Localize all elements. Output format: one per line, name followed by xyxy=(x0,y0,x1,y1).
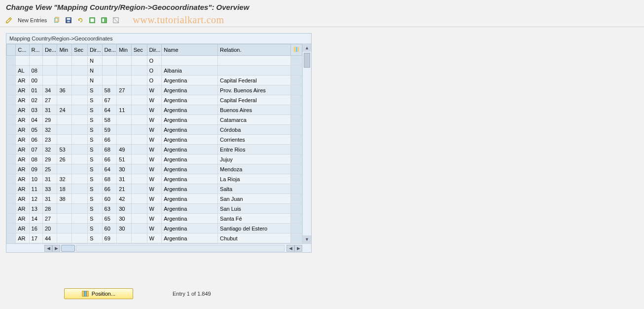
row-selector[interactable] xyxy=(7,204,16,214)
cell-relation[interactable]: Corrientes xyxy=(218,135,291,145)
cell-deg-lat[interactable] xyxy=(42,56,57,66)
row-selector-header[interactable] xyxy=(7,44,16,56)
cell-deg-lat[interactable]: 32 xyxy=(42,125,57,135)
table-row[interactable]: AR073253S6849WArgentinaEntre Rios xyxy=(7,145,302,154)
copy-icon[interactable] xyxy=(52,15,62,25)
cell-min-lon[interactable] xyxy=(117,76,132,85)
row-selector[interactable] xyxy=(7,214,16,224)
scroll-thumb[interactable] xyxy=(304,53,310,68)
cell-min-lon[interactable] xyxy=(117,95,132,105)
cell-min-lon[interactable] xyxy=(117,125,132,135)
cell-min-lat[interactable] xyxy=(57,56,72,66)
cell-sec-lon[interactable] xyxy=(131,125,147,135)
cell-relation[interactable]: Santiago del Estero xyxy=(218,224,291,233)
cell-deg-lon[interactable]: 60 xyxy=(102,194,117,204)
cell-sec-lat[interactable] xyxy=(72,194,88,204)
table-row[interactable]: AR1427S6530WArgentinaSanta Fé xyxy=(7,214,302,224)
cell-min-lon[interactable]: 11 xyxy=(117,105,132,115)
vertical-scrollbar[interactable]: ▲ ▼ xyxy=(302,44,311,243)
cell-dir-lat[interactable]: S xyxy=(87,174,102,184)
scroll-down-icon[interactable]: ▼ xyxy=(303,235,311,243)
table-row[interactable]: AR0925S6430WArgentinaMendoza xyxy=(7,164,302,174)
cell-name[interactable]: Argentina xyxy=(162,194,218,204)
scroll-up-icon[interactable]: ▲ xyxy=(303,44,311,52)
cell-min-lon[interactable]: 30 xyxy=(117,224,132,233)
cell-spacer[interactable] xyxy=(291,164,302,174)
cell-min-lat[interactable] xyxy=(57,224,72,233)
cell-region[interactable]: 00 xyxy=(29,76,42,85)
cell-region[interactable]: 08 xyxy=(29,66,42,76)
cell-name[interactable]: Argentina xyxy=(162,76,218,85)
cell-region[interactable]: 14 xyxy=(29,214,42,224)
select-all-icon[interactable] xyxy=(87,15,97,25)
cell-region[interactable]: 10 xyxy=(29,174,42,184)
cell-spacer[interactable] xyxy=(291,85,302,95)
cell-deg-lon[interactable] xyxy=(102,56,117,66)
cell-region[interactable]: 13 xyxy=(29,204,42,214)
cell-relation[interactable]: Jujuy xyxy=(218,154,291,164)
cell-deg-lat[interactable]: 34 xyxy=(42,85,57,95)
cell-region[interactable]: 01 xyxy=(29,85,42,95)
cell-dir-lat[interactable]: S xyxy=(87,164,102,174)
cell-sec-lon[interactable] xyxy=(131,56,147,66)
cell-min-lat[interactable] xyxy=(57,233,72,243)
cell-sec-lon[interactable] xyxy=(131,135,147,145)
cell-min-lat[interactable] xyxy=(57,135,72,145)
col-relation[interactable]: Relation. xyxy=(218,44,291,56)
cell-dir-lat[interactable]: S xyxy=(87,145,102,154)
cell-relation[interactable]: Capital Federal xyxy=(218,95,291,105)
cell-deg-lon[interactable]: 64 xyxy=(102,105,117,115)
col-dir-lon[interactable]: Dir... xyxy=(147,44,162,56)
position-button[interactable]: Position... xyxy=(64,288,133,299)
row-selector[interactable] xyxy=(7,95,16,105)
cell-dir-lat[interactable]: S xyxy=(87,184,102,194)
cell-min-lat[interactable] xyxy=(57,95,72,105)
cell-deg-lon[interactable]: 58 xyxy=(102,115,117,125)
cell-dir-lat[interactable]: S xyxy=(87,194,102,204)
cell-sec-lat[interactable] xyxy=(72,174,88,184)
cell-relation[interactable]: Entre Rios xyxy=(218,145,291,154)
cell-sec-lat[interactable] xyxy=(72,184,88,194)
row-selector[interactable] xyxy=(7,174,16,184)
undo-icon[interactable] xyxy=(75,15,85,25)
cell-sec-lat[interactable] xyxy=(72,145,88,154)
cell-dir-lon[interactable]: W xyxy=(147,85,162,95)
new-entries-button[interactable]: New Entries xyxy=(15,16,50,24)
cell-sec-lon[interactable] xyxy=(131,164,147,174)
cell-deg-lat[interactable]: 29 xyxy=(42,154,57,164)
cell-min-lat[interactable] xyxy=(57,164,72,174)
cell-deg-lat[interactable]: 25 xyxy=(42,164,57,174)
table-row[interactable]: AR033124S6411WArgentinaBuenos Aires xyxy=(7,105,302,115)
table-row[interactable]: AR1744S69WArgentinaChubut xyxy=(7,233,302,243)
cell-relation[interactable] xyxy=(218,66,291,76)
hscroll-thumb[interactable] xyxy=(61,245,75,252)
cell-sec-lon[interactable] xyxy=(131,224,147,233)
cell-min-lon[interactable]: 42 xyxy=(117,194,132,204)
cell-country[interactable]: AR xyxy=(16,184,29,194)
cell-dir-lon[interactable]: O xyxy=(147,66,162,76)
cell-sec-lon[interactable] xyxy=(131,115,147,125)
cell-sec-lat[interactable] xyxy=(72,164,88,174)
cell-relation[interactable]: Mendoza xyxy=(218,164,291,174)
cell-deg-lon[interactable]: 68 xyxy=(102,145,117,154)
cell-region[interactable]: 11 xyxy=(29,184,42,194)
cell-sec-lat[interactable] xyxy=(72,115,88,125)
cell-dir-lon[interactable]: W xyxy=(147,214,162,224)
col-sec-lon[interactable]: Sec xyxy=(131,44,147,56)
cell-relation[interactable]: Córdoba xyxy=(218,125,291,135)
cell-spacer[interactable] xyxy=(291,224,302,233)
cell-region[interactable]: 09 xyxy=(29,164,42,174)
cell-name[interactable]: Argentina xyxy=(162,154,218,164)
cell-region[interactable]: 07 xyxy=(29,145,42,154)
cell-country[interactable]: AR xyxy=(16,135,29,145)
row-selector[interactable] xyxy=(7,76,16,85)
cell-sec-lat[interactable] xyxy=(72,135,88,145)
cell-min-lon[interactable]: 51 xyxy=(117,154,132,164)
row-selector[interactable] xyxy=(7,135,16,145)
row-selector[interactable] xyxy=(7,224,16,233)
cell-name[interactable]: Argentina xyxy=(162,224,218,233)
cell-deg-lat[interactable]: 32 xyxy=(42,145,57,154)
cell-country[interactable]: AR xyxy=(16,125,29,135)
row-selector[interactable] xyxy=(7,66,16,76)
cell-spacer[interactable] xyxy=(291,125,302,135)
